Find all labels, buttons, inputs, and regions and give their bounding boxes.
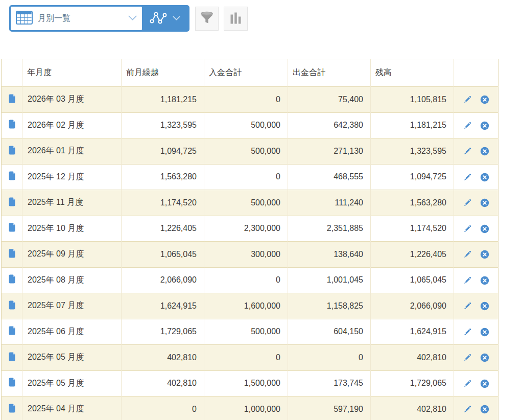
edit-pencil-icon[interactable] — [463, 250, 472, 259]
carryover-cell: 1,729,065 — [122, 319, 204, 345]
bar-chart-button[interactable] — [224, 7, 248, 31]
table-row: 2026年 01 月度 1,094,725 500,000 271,130 1,… — [2, 138, 498, 165]
table-body: 2026年 03 月度 1,181,215 0 75,400 1,105,815… — [2, 87, 498, 420]
carryover-cell: 402,810 — [122, 370, 204, 396]
bar-chart-icon — [230, 11, 241, 26]
edit-pencil-icon[interactable] — [463, 301, 472, 311]
delete-circle-icon[interactable] — [480, 224, 489, 234]
table-row: 2025年 04 月度 0 1,000,000 597,190 402,810 — [2, 396, 498, 420]
withdrawal-cell: 604,150 — [288, 319, 371, 345]
table-row: 2025年 05 月度 402,810 0 0 402,810 — [2, 345, 498, 371]
edit-pencil-icon[interactable] — [463, 95, 472, 104]
withdrawal-cell: 111,240 — [288, 190, 371, 216]
carryover-cell: 1,174,520 — [122, 190, 204, 216]
carryover-cell: 1,094,725 — [122, 138, 204, 165]
delete-circle-icon[interactable] — [480, 276, 489, 285]
withdrawal-cell: 642,380 — [288, 112, 371, 138]
edit-pencil-icon[interactable] — [463, 198, 472, 207]
delete-circle-icon[interactable] — [480, 147, 489, 156]
delete-circle-icon[interactable] — [480, 301, 489, 311]
table-row: 2025年 06 月度 1,729,065 500,000 604,150 1,… — [2, 319, 498, 345]
withdrawal-cell: 1,158,825 — [288, 293, 371, 319]
deposit-cell: 1,500,000 — [204, 370, 288, 396]
edit-pencil-icon[interactable] — [463, 121, 472, 130]
chevron-down-icon — [173, 14, 180, 23]
carryover-cell: 2,066,090 — [122, 267, 204, 293]
carryover-cell: 1,226,405 — [122, 216, 204, 242]
period-cell: 2025年 05 月度 — [22, 370, 122, 396]
deposit-cell: 1,600,000 — [204, 293, 288, 319]
delete-circle-icon[interactable] — [480, 379, 489, 388]
view-select-group: 月別一覧 — [9, 5, 189, 32]
deposit-cell: 1,000,000 — [204, 396, 288, 420]
funnel-icon — [200, 11, 214, 27]
document-icon — [8, 199, 16, 208]
edit-pencil-icon[interactable] — [463, 379, 472, 388]
edit-pencil-icon[interactable] — [463, 224, 472, 234]
table-row: 2025年 05 月度 402,810 1,500,000 173,745 1,… — [2, 370, 498, 396]
deposit-cell: 500,000 — [204, 190, 288, 216]
document-icon — [8, 251, 16, 260]
edit-pencil-icon[interactable] — [463, 405, 472, 414]
deposit-cell: 500,000 — [204, 112, 288, 138]
table-row: 2026年 02 月度 1,323,595 500,000 642,380 1,… — [2, 112, 498, 138]
delete-circle-icon[interactable] — [480, 121, 489, 130]
filter-button[interactable] — [195, 7, 219, 31]
edit-pencil-icon[interactable] — [463, 147, 472, 156]
edit-pencil-icon[interactable] — [463, 328, 472, 337]
withdrawal-cell: 173,745 — [288, 370, 371, 396]
document-icon — [8, 96, 16, 105]
carryover-cell: 1,065,045 — [122, 242, 204, 268]
balance-cell: 402,810 — [371, 396, 454, 420]
balance-cell: 1,094,725 — [371, 164, 454, 190]
header-balance: 残高 — [371, 59, 454, 87]
delete-circle-icon[interactable] — [480, 328, 489, 337]
period-cell: 2025年 07 月度 — [22, 293, 122, 319]
withdrawal-cell: 0 — [288, 345, 371, 371]
balance-cell: 1,563,280 — [371, 190, 454, 216]
edit-pencil-icon[interactable] — [463, 353, 472, 362]
delete-circle-icon[interactable] — [480, 198, 489, 207]
document-icon — [8, 302, 16, 311]
document-icon — [8, 276, 16, 285]
period-cell: 2025年 11 月度 — [22, 190, 122, 216]
period-cell: 2026年 01 月度 — [22, 138, 122, 165]
balance-cell: 1,105,815 — [371, 87, 454, 113]
carryover-cell: 0 — [122, 396, 204, 420]
withdrawal-cell: 468,555 — [288, 164, 371, 190]
table-row: 2025年 09 月度 1,065,045 300,000 138,640 1,… — [2, 242, 498, 268]
table-row: 2025年 11 月度 1,174,520 500,000 111,240 1,… — [2, 190, 498, 216]
monthly-table: 年月度 前月繰越 入金合計 出金合計 残高 2026年 03 月度 1,181,… — [1, 59, 498, 420]
header-carryover: 前月繰越 — [122, 59, 204, 87]
document-icon — [8, 380, 16, 388]
withdrawal-cell: 597,190 — [288, 396, 371, 420]
edit-pencil-icon[interactable] — [463, 173, 472, 182]
document-icon — [8, 122, 16, 130]
delete-circle-icon[interactable] — [480, 353, 489, 362]
deposit-cell: 300,000 — [204, 242, 288, 268]
header-period: 年月度 — [22, 59, 122, 87]
period-cell: 2025年 09 月度 — [22, 242, 122, 268]
balance-cell: 1,065,045 — [371, 267, 454, 293]
table-row: 2025年 12 月度 1,563,280 0 468,555 1,094,72… — [2, 164, 498, 190]
balance-cell: 1,174,520 — [371, 216, 454, 242]
chart-menu-button[interactable] — [142, 7, 188, 30]
view-select[interactable]: 月別一覧 — [11, 7, 142, 30]
balance-cell: 1,624,915 — [371, 319, 454, 345]
delete-circle-icon[interactable] — [480, 173, 489, 182]
delete-circle-icon[interactable] — [480, 95, 489, 104]
withdrawal-cell: 75,400 — [288, 87, 371, 113]
deposit-cell: 500,000 — [204, 319, 288, 345]
balance-cell: 1,181,215 — [371, 112, 454, 138]
delete-circle-icon[interactable] — [480, 405, 489, 414]
edit-pencil-icon[interactable] — [463, 276, 472, 285]
carryover-cell: 1,563,280 — [122, 164, 204, 190]
table-row: 2025年 08 月度 2,066,090 0 1,001,045 1,065,… — [2, 267, 498, 293]
period-cell: 2025年 08 月度 — [22, 267, 122, 293]
balance-cell: 1,729,065 — [371, 370, 454, 396]
document-icon — [8, 148, 16, 156]
delete-circle-icon[interactable] — [480, 250, 489, 259]
balance-cell: 402,810 — [371, 345, 454, 371]
header-withdrawal: 出金合計 — [288, 59, 371, 87]
period-cell: 2026年 02 月度 — [22, 112, 122, 138]
